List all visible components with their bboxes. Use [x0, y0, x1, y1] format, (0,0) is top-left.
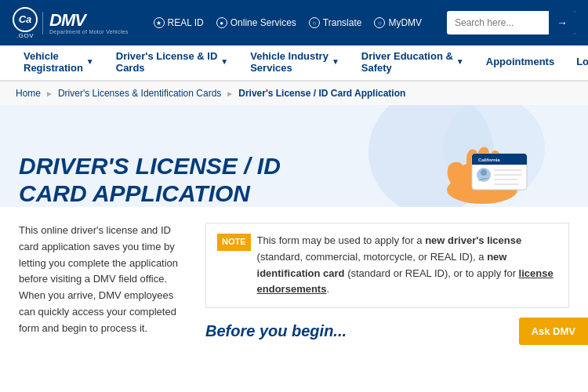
ca-gov-label: .GOV — [16, 32, 34, 39]
page-title: DRIVER'S LICENSE / ID CARD APPLICATION — [19, 153, 348, 207]
dmv-subtitle: Department of Motor Vehicles — [49, 29, 129, 34]
note-box: NOTE This form may be used to apply for … — [205, 223, 569, 308]
breadcrumb-separator: ► — [45, 89, 53, 98]
ca-logo-icon: Ca — [13, 7, 38, 32]
translate-link[interactable]: ○ Translate — [309, 17, 362, 28]
search-input[interactable] — [447, 14, 549, 31]
chevron-down-icon: ▼ — [332, 57, 339, 66]
dmv-logo: DMV Department of Motor Vehicles — [42, 12, 129, 34]
before-begin-heading: Before you begin... — [205, 322, 569, 340]
nav-driver-education[interactable]: Driver Education &Safety ▼ — [350, 45, 475, 81]
breadcrumb-separator-2: ► — [226, 89, 234, 98]
main-navigation: VehicleRegistration ▼ Driver's License &… — [0, 45, 588, 82]
breadcrumb-parent[interactable]: Driver's Licenses & Identification Cards — [58, 88, 221, 99]
header-nav: ★ REAL ID ● Online Services ○ Translate … — [141, 17, 434, 28]
nav-drivers-license[interactable]: Driver's License & IDCards ▼ — [105, 45, 239, 81]
ca-gov-logo: Ca .GOV — [13, 7, 38, 39]
svg-text:California: California — [478, 158, 500, 162]
nav-locations[interactable]: Locations — [565, 45, 588, 81]
chevron-down-icon: ▼ — [220, 57, 228, 66]
content-right: NOTE This form may be used to apply for … — [205, 223, 569, 340]
logo-area: Ca .GOV DMV Department of Motor Vehicles — [13, 7, 129, 39]
globe-icon: ○ — [309, 17, 320, 28]
hand-id-svg: California — [408, 105, 564, 207]
breadcrumb: Home ► Driver's Licenses & Identificatio… — [0, 82, 588, 105]
real-id-link[interactable]: ★ REAL ID — [154, 17, 204, 28]
search-button[interactable]: → — [549, 11, 575, 34]
main-content: This online driver's license and ID card… — [0, 207, 588, 356]
nav-vehicle-industry[interactable]: Vehicle IndustryServices ▼ — [239, 45, 350, 81]
chevron-down-icon: ▼ — [456, 57, 464, 66]
nav-vehicle-registration[interactable]: VehicleRegistration ▼ — [13, 45, 105, 81]
mydmv-link[interactable]: ○ MyDMV — [374, 17, 422, 28]
ask-dmv-button[interactable]: Ask DMV — [519, 318, 588, 345]
breadcrumb-current: Driver's License / ID Card Application — [238, 88, 405, 99]
note-text: This form may be used to apply for a new… — [257, 233, 557, 298]
header: Ca .GOV DMV Department of Motor Vehicles… — [0, 0, 588, 45]
online-services-link[interactable]: ● Online Services — [216, 17, 296, 28]
intro-text: This online driver's license and ID card… — [19, 223, 183, 337]
circle-dot-icon: ● — [216, 17, 227, 28]
dmv-title: DMV — [49, 12, 85, 29]
note-label: NOTE — [217, 234, 251, 251]
nav-appointments[interactable]: Appointments — [475, 45, 565, 81]
star-icon: ★ — [154, 17, 165, 28]
hero-section: DRIVER'S LICENSE / ID CARD APPLICATION C… — [0, 105, 588, 207]
person-icon: ○ — [374, 17, 385, 28]
svg-point-7 — [481, 169, 487, 176]
search-area: → — [447, 11, 575, 34]
hero-illustration: California — [408, 105, 564, 207]
breadcrumb-home[interactable]: Home — [16, 88, 41, 99]
chevron-down-icon: ▼ — [86, 57, 94, 66]
content-left: This online driver's license and ID card… — [19, 223, 183, 340]
